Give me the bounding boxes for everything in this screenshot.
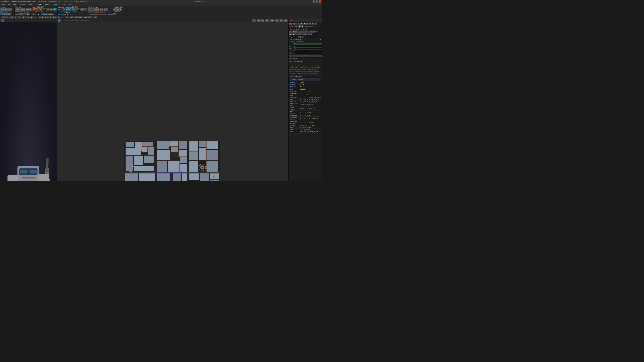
- viewport-3d-btn[interactable]: 3D: [1, 20, 4, 22]
- align-btn-r4[interactable]: ◁: [297, 33, 299, 36]
- pack-all2-btn[interactable]: Pack All: [81, 8, 87, 11]
- fragile-next-btn[interactable]: ▶: [301, 36, 304, 38]
- menu-files[interactable]: Files: [1, 3, 6, 6]
- minimize-button[interactable]: ─: [313, 0, 315, 3]
- mode-icon-10[interactable]: ○: [25, 16, 27, 18]
- unfold-btn[interactable]: Unfold: [15, 8, 20, 10]
- sel-btn-3[interactable]: ◪: [297, 23, 300, 25]
- gold-input[interactable]: [76, 8, 80, 11]
- norm-btn[interactable]: Norm: [66, 8, 71, 11]
- keep-btn[interactable]: Keep: [64, 11, 68, 13]
- shad-icon-3[interactable]: ▤: [44, 16, 46, 18]
- uv-3d-btn[interactable]: 3D: [261, 20, 264, 22]
- prevent-btn[interactable]: Prevent: [26, 8, 32, 10]
- menu-tools[interactable]: Tools: [61, 3, 66, 6]
- align-btn-r2[interactable]: ◀: [292, 33, 294, 36]
- high-btn[interactable]: High: [71, 8, 75, 11]
- mode-icon-7[interactable]: ⌖: [17, 16, 19, 18]
- mode-icon-3[interactable]: □: [6, 16, 8, 18]
- mode-icon-6[interactable]: ⊞: [14, 16, 16, 18]
- pack-all-btn[interactable]: Pack All: [41, 13, 47, 15]
- maximize-button[interactable]: □: [316, 0, 318, 3]
- billpet-btn[interactable]: Billpet: [94, 11, 99, 13]
- create-btn[interactable]: Create: [88, 8, 93, 10]
- menu-unfold[interactable]: Unfold: [27, 3, 34, 6]
- align-left-btn[interactable]: ⊣: [289, 30, 292, 33]
- select-islands-btn[interactable]: Select Islands: [289, 55, 322, 57]
- crush-btn[interactable]: Crush: [302, 33, 307, 36]
- sel-btn-6[interactable]: ◧: [306, 23, 308, 25]
- mode-icon-5[interactable]: ⊕: [12, 16, 14, 18]
- w-btn[interactable]: W: [307, 33, 310, 36]
- auto-fit-btn[interactable]: Auto Fit: [48, 13, 54, 15]
- u-btn[interactable]: U: [6, 11, 8, 13]
- show-btn[interactable]: Show: [78, 16, 83, 18]
- box-btn[interactable]: Box: [114, 13, 117, 15]
- select-del-btn[interactable]: ✕: [289, 23, 292, 25]
- uv-end-btn[interactable]: End: [280, 20, 283, 22]
- shad-icon-8[interactable]: ⊙: [58, 16, 60, 18]
- outlines-btn[interactable]: Outlines: [88, 11, 94, 13]
- similar-next-btn[interactable]: ▶: [301, 25, 304, 28]
- sel-btn-8[interactable]: ⊠: [312, 23, 314, 25]
- flip-h-btn[interactable]: ↔: [308, 30, 310, 33]
- max-input2[interactable]: [66, 14, 70, 15]
- 3d-btn[interactable]: 3D: [70, 16, 73, 18]
- align-btn-r3[interactable]: ▷: [294, 33, 297, 36]
- uv-instl-btn[interactable]: Instl.: [252, 20, 256, 22]
- sel-btn-9[interactable]: ⊟: [314, 23, 317, 25]
- menu-transform[interactable]: Transform: [44, 3, 53, 6]
- mode-icon-9[interactable]: ◆: [22, 16, 24, 18]
- mode-icon-4[interactable]: ◻: [9, 16, 11, 18]
- update-unwrap-btn[interactable]: Update Unwrap: [0, 14, 11, 15]
- straighten-btn[interactable]: ↕: [306, 30, 308, 33]
- similar-prev-btn[interactable]: ◀: [298, 25, 300, 28]
- bottom-input[interactable]: [294, 52, 322, 54]
- min-input2[interactable]: [294, 45, 322, 47]
- shad-icon-1[interactable]: ■: [39, 16, 41, 18]
- shad-icon-7[interactable]: ⊡: [55, 16, 57, 18]
- max-input[interactable]: [294, 43, 322, 45]
- pack-number-btn[interactable]: ▲4: [32, 13, 36, 15]
- menu-select[interactable]: Select: [12, 3, 18, 6]
- power-btn[interactable]: Power: [20, 8, 26, 10]
- enable-btn[interactable]: Enable: [0, 11, 6, 13]
- uv-show-btn[interactable]: Show: [270, 20, 274, 22]
- scale-input[interactable]: [42, 8, 46, 11]
- sel-btn-7[interactable]: ▣: [309, 23, 311, 25]
- none-btn[interactable]: None: [104, 8, 108, 10]
- uv-flats-btn[interactable]: Flats: [265, 20, 269, 22]
- i-btn[interactable]: I: [8, 11, 10, 13]
- free-btn[interactable]: Free: [38, 8, 42, 11]
- fill-btn[interactable]: Fill: [26, 14, 30, 15]
- mode-icon-2[interactable]: ◎: [3, 16, 6, 18]
- auto-select-arrow[interactable]: ▼: [320, 39, 322, 40]
- uv-hide-btn[interactable]: Hide: [257, 20, 261, 22]
- mode-icon-8[interactable]: +: [20, 16, 22, 18]
- align-hcenter-btn[interactable]: ⊢: [292, 30, 294, 33]
- fast-btn[interactable]: Fast: [62, 8, 66, 11]
- pe-btn[interactable]: Pe: [50, 8, 53, 11]
- align-bottom-btn[interactable]: ⊥: [303, 30, 305, 33]
- menu-edit[interactable]: Edit: [6, 3, 12, 6]
- shad-icon-5[interactable]: ⊞: [50, 16, 52, 18]
- multi-planar-btn[interactable]: Multi Planar: [114, 8, 122, 10]
- opts-input[interactable]: [18, 14, 26, 15]
- sel-btn-4[interactable]: ◩: [300, 23, 303, 25]
- menu-constrain[interactable]: Constrain: [34, 3, 43, 6]
- px-btn[interactable]: Px: [46, 8, 49, 11]
- shad-icon-2[interactable]: ▦: [42, 16, 44, 18]
- sel-btn-1[interactable]: □: [292, 23, 294, 25]
- sel-btn-5[interactable]: ◨: [303, 23, 306, 25]
- grid-btn[interactable]: Grid: [93, 16, 97, 18]
- uv-grid-btn[interactable]: Grid: [284, 20, 288, 22]
- max-input3[interactable]: [294, 48, 322, 50]
- fflips-btn[interactable]: F Flips: [32, 8, 38, 11]
- close-button[interactable]: ✕: [319, 0, 321, 3]
- align-right-btn[interactable]: ⊢: [295, 30, 297, 33]
- labels-btn[interactable]: Labels: [99, 11, 104, 13]
- fragile-prev-btn[interactable]: ◀: [298, 36, 300, 38]
- orient-btn[interactable]: ⊞: [300, 33, 302, 36]
- transform-btn[interactable]: Transform Islands: [0, 8, 12, 10]
- add-btn[interactable]: Add: [100, 8, 103, 10]
